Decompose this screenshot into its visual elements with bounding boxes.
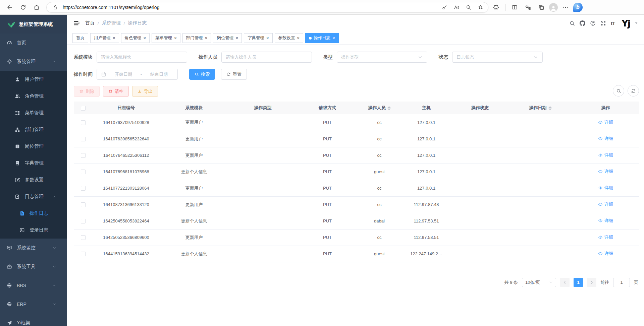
tab-close-icon[interactable]: × <box>297 36 300 40</box>
user-logo[interactable]: Yj <box>622 18 630 28</box>
extensions-icon[interactable] <box>490 2 502 13</box>
select-all-checkbox[interactable] <box>81 106 86 111</box>
tab-home[interactable]: 首页 <box>72 33 88 43</box>
home-button[interactable] <box>31 2 42 13</box>
detail-link[interactable]: 详细 <box>598 201 613 207</box>
address-bar[interactable]: https://ccnetcore.com:1101/system/log/op… <box>46 2 488 13</box>
row-checkbox[interactable] <box>81 170 86 174</box>
detail-link[interactable]: 详细 <box>598 169 613 175</box>
row-checkbox[interactable] <box>81 202 86 207</box>
row-checkbox[interactable] <box>81 120 86 125</box>
sidebar-item-log-mgmt[interactable]: 日志管理 <box>0 188 67 205</box>
reset-button[interactable]: 重置 <box>221 69 247 80</box>
refresh-table-button[interactable] <box>628 85 639 96</box>
tab-close-icon[interactable]: × <box>174 36 177 40</box>
collections-icon[interactable] <box>536 2 547 13</box>
sort-caret-icon[interactable] <box>387 106 391 110</box>
tab-post[interactable]: 岗位管理× <box>213 33 242 43</box>
page-size-select[interactable]: 10条/页 <box>522 278 556 287</box>
sidebar-item-yi-framework[interactable]: Yi框架 <box>0 314 67 326</box>
tab-operlog[interactable]: 操作日志× <box>305 33 339 43</box>
read-aloud-icon[interactable] <box>452 3 461 12</box>
app-logo[interactable]: 意框架管理系统 <box>0 15 67 34</box>
sidebar-item-oper-log[interactable]: 操作日志 <box>0 205 67 222</box>
back-button[interactable] <box>4 2 15 13</box>
search-button[interactable]: 搜索 <box>189 69 215 80</box>
refresh-button[interactable] <box>17 2 29 13</box>
detail-link[interactable]: 详细 <box>598 152 613 158</box>
password-key-icon[interactable] <box>440 3 449 12</box>
sidebar-item-post-mgmt[interactable]: 岗位管理 <box>0 138 67 155</box>
tab-close-icon[interactable]: × <box>266 36 269 40</box>
header-search-icon[interactable] <box>569 20 575 26</box>
tab-dept[interactable]: 部门管理× <box>182 33 211 43</box>
tab-close-icon[interactable]: × <box>113 36 115 40</box>
tab-close-icon[interactable]: × <box>144 36 146 40</box>
github-icon[interactable] <box>580 20 585 26</box>
clear-button[interactable]: 清空 <box>103 86 129 97</box>
detail-link[interactable]: 详细 <box>598 136 613 142</box>
tab-menu[interactable]: 菜单管理× <box>152 33 180 43</box>
sidebar-item-erp[interactable]: ERP <box>0 295 67 314</box>
next-page-button[interactable] <box>587 278 596 287</box>
tab-param[interactable]: 参数设置× <box>275 33 304 43</box>
sidebar-item-dict-mgmt[interactable]: 字典管理 <box>0 155 67 172</box>
tab-close-icon[interactable]: × <box>205 36 208 40</box>
tab-close-icon[interactable]: × <box>332 36 335 40</box>
detail-link[interactable]: 详细 <box>598 234 613 240</box>
sidebar-item-system-mgmt[interactable]: 系统管理 <box>0 52 67 71</box>
tab-close-icon[interactable]: × <box>235 36 238 40</box>
more-menu-icon[interactable] <box>560 2 571 13</box>
tab-dict[interactable]: 字典管理× <box>244 33 273 43</box>
sidebar-fold-icon[interactable] <box>73 20 80 26</box>
user-menu-caret-icon[interactable] <box>635 21 638 25</box>
row-checkbox[interactable] <box>81 252 86 256</box>
operator-input[interactable] <box>226 55 308 60</box>
browser-profile-avatar[interactable] <box>549 3 558 12</box>
row-checkbox[interactable] <box>81 219 86 223</box>
row-checkbox[interactable] <box>81 137 86 141</box>
date-range-picker[interactable]: 开始日期 - 结束日期 <box>97 69 178 80</box>
sidebar-item-sys-tools[interactable]: 系统工具 <box>0 257 67 276</box>
module-input[interactable] <box>101 55 183 60</box>
zoom-out-icon[interactable] <box>464 3 473 12</box>
sidebar-item-role-mgmt[interactable]: 角色管理 <box>0 88 67 105</box>
detail-link[interactable]: 详细 <box>598 185 613 191</box>
favorite-add-icon[interactable] <box>476 3 485 12</box>
row-checkbox[interactable] <box>81 153 86 158</box>
sidebar-item-login-log[interactable]: 登录日志 <box>0 222 67 239</box>
sidebar-item-bbs[interactable]: BBS <box>0 276 67 295</box>
status-select[interactable]: 日志状态 <box>452 52 543 63</box>
row-checkbox[interactable] <box>81 235 86 240</box>
sidebar-item-menu-mgmt[interactable]: 菜单管理 <box>0 105 67 121</box>
sidebar-item-user-mgmt[interactable]: 用户管理 <box>0 71 67 88</box>
hide-search-button[interactable] <box>613 85 624 96</box>
url-text[interactable]: https://ccnetcore.com:1101/system/log/op… <box>63 5 437 10</box>
detail-link[interactable]: 详细 <box>598 119 613 125</box>
tab-role[interactable]: 角色管理× <box>121 33 150 43</box>
fullscreen-icon[interactable] <box>600 20 606 26</box>
font-size-icon[interactable]: tT <box>611 20 615 26</box>
sidebar-item-dept-mgmt[interactable]: 部门管理 <box>0 121 67 138</box>
detail-link[interactable]: 详细 <box>598 218 613 224</box>
detail-link[interactable]: 详细 <box>598 251 613 257</box>
current-page-button[interactable]: 1 <box>574 278 583 287</box>
breadcrumb-item[interactable]: 首页 <box>85 20 95 26</box>
goto-page-input[interactable] <box>613 278 630 287</box>
row-checkbox[interactable] <box>81 186 86 191</box>
sidebar-item-home[interactable]: 首页 <box>0 34 67 52</box>
table-row: 1641076398565232640更新用户PUTcc127.0.0.1详细 <box>74 131 639 147</box>
favorites-icon[interactable] <box>522 2 534 13</box>
tab-user[interactable]: 用户管理× <box>90 33 119 43</box>
export-button[interactable]: 导出 <box>132 86 158 97</box>
split-screen-icon[interactable] <box>509 2 520 13</box>
sidebar-item-param-settings[interactable]: 参数设置 <box>0 172 67 188</box>
sort-caret-icon[interactable] <box>548 106 552 110</box>
help-icon[interactable] <box>590 20 596 26</box>
lock-icon[interactable] <box>51 3 60 12</box>
copilot-icon[interactable]: b <box>573 3 583 12</box>
prev-page-button[interactable] <box>560 278 570 287</box>
sidebar-item-sys-monitor[interactable]: 系统监控 <box>0 239 67 257</box>
table-row: 1641077221303128064更新用户PUTcc127.0.0.1详细 <box>74 180 639 196</box>
type-select[interactable]: 操作类型 <box>337 52 427 63</box>
